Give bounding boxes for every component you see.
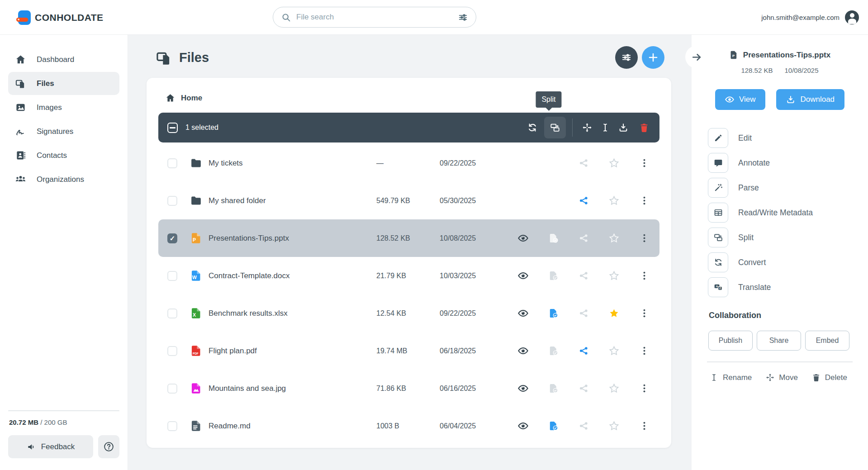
row-checkbox[interactable] <box>167 271 177 281</box>
favorite-button[interactable] <box>599 421 629 431</box>
panel-action[interactable]: Split <box>708 228 859 247</box>
favorite-button[interactable] <box>599 271 629 281</box>
favorite-button[interactable] <box>599 346 629 356</box>
row-menu-button[interactable] <box>629 271 659 281</box>
rename-button[interactable] <box>596 117 614 138</box>
sidebar-item-icon <box>15 54 26 65</box>
preview-button[interactable] <box>508 308 538 318</box>
file-row[interactable]: Readme.md 1003 B 06/04/2025 <box>158 407 659 445</box>
add-file-button[interactable] <box>642 46 664 69</box>
favorite-button[interactable] <box>599 308 629 318</box>
file-row[interactable]: W Contract-Template.docx 21.79 KB 10/03/… <box>158 257 659 294</box>
download-button[interactable] <box>614 117 632 138</box>
file-row[interactable]: Mountains and sea.jpg 71.86 KB 06/16/202… <box>158 370 659 407</box>
row-menu-button[interactable] <box>629 383 659 394</box>
vertical-dots-icon <box>639 308 650 318</box>
row-menu-button[interactable] <box>629 158 659 168</box>
row-checkbox[interactable] <box>167 346 177 356</box>
panel-actions: Edit Annotate Parse Read/Write Metadata … <box>701 128 859 297</box>
file-row[interactable]: My shared folder 549.79 KB 05/30/2025 <box>158 182 659 219</box>
breadcrumb[interactable]: Home <box>158 90 659 104</box>
star-icon <box>609 383 619 394</box>
help-button[interactable] <box>98 435 119 458</box>
list-settings-button[interactable] <box>615 46 638 69</box>
row-checkbox[interactable] <box>167 309 177 318</box>
convert-button[interactable] <box>523 117 541 138</box>
preview-button[interactable] <box>508 421 538 431</box>
share-button[interactable] <box>569 233 599 243</box>
search-input[interactable] <box>296 13 453 22</box>
select-all-checkbox[interactable] <box>167 123 178 133</box>
row-menu-button[interactable] <box>629 308 659 318</box>
feedback-button[interactable]: Feedback <box>8 435 93 458</box>
row-checkbox[interactable] <box>167 196 177 206</box>
favorite-button[interactable] <box>599 158 629 168</box>
row-checkbox[interactable] <box>167 421 177 431</box>
preview-button[interactable] <box>508 233 538 243</box>
preview-button[interactable] <box>508 383 538 394</box>
favorite-button[interactable] <box>599 233 629 243</box>
share-button[interactable] <box>569 271 599 281</box>
collaboration-button[interactable]: Share <box>757 331 801 351</box>
share-button[interactable] <box>569 308 599 318</box>
download-button-panel[interactable]: Download <box>776 89 844 110</box>
share-button[interactable] <box>569 346 599 356</box>
panel-footer-action[interactable]: Move <box>766 373 798 382</box>
approval-status-button[interactable] <box>538 308 569 318</box>
collaboration-button[interactable]: Publish <box>708 331 753 351</box>
approval-status-button[interactable] <box>538 346 569 356</box>
file-row[interactable]: P Presentations-Tips.pptx 128.52 KB 10/0… <box>158 219 659 257</box>
panel-footer-action[interactable]: Rename <box>710 373 752 382</box>
move-button[interactable] <box>578 117 596 138</box>
sidebar-item[interactable]: Organizations <box>8 168 119 191</box>
preview-button[interactable] <box>508 346 538 356</box>
favorite-button[interactable] <box>599 383 629 394</box>
row-menu-button[interactable] <box>629 233 659 243</box>
approval-status-button[interactable] <box>538 233 569 243</box>
approval-status-button[interactable] <box>538 271 569 281</box>
panel-file-icon: P <box>729 50 739 60</box>
row-checkbox[interactable] <box>167 384 177 394</box>
file-row[interactable]: PDF Flight plan.pdf 19.74 MB 06/18/2025 <box>158 332 659 370</box>
sidebar-item[interactable]: Files <box>8 72 119 95</box>
row-menu-button[interactable] <box>629 346 659 356</box>
row-checkbox[interactable] <box>167 233 177 243</box>
approval-status-button[interactable] <box>538 383 569 394</box>
split-button[interactable] <box>544 117 566 138</box>
share-button[interactable] <box>569 421 599 431</box>
share-button[interactable] <box>569 195 599 206</box>
row-menu-button[interactable] <box>629 421 659 431</box>
share-button[interactable] <box>569 383 599 394</box>
file-search-bar[interactable] <box>273 7 476 28</box>
view-button[interactable]: View <box>715 89 766 110</box>
panel-action[interactable]: Edit <box>708 128 859 148</box>
search-filters-icon[interactable] <box>458 13 468 22</box>
panel-action[interactable]: AZ Translate <box>708 277 859 297</box>
panel-action[interactable]: Annotate <box>708 153 859 173</box>
approval-status-button[interactable] <box>538 421 569 431</box>
sidebar-item[interactable]: Signatures <box>8 120 119 143</box>
row-menu-button[interactable] <box>629 195 659 206</box>
panel-footer-action[interactable]: Delete <box>812 373 847 382</box>
share-icon <box>579 346 589 356</box>
collapse-panel-button[interactable] <box>685 46 708 68</box>
file-row[interactable]: My tickets — 09/22/2025 <box>158 144 659 182</box>
preview-button[interactable] <box>508 271 538 281</box>
panel-action[interactable]: Parse <box>708 178 859 198</box>
file-type-icon: X <box>189 307 203 319</box>
row-checkbox[interactable] <box>167 158 177 168</box>
sidebar-item[interactable]: Images <box>8 96 119 119</box>
share-button[interactable] <box>569 158 599 168</box>
panel-action[interactable]: Convert <box>708 252 859 272</box>
panel-action[interactable]: Read/Write Metadata <box>708 203 859 223</box>
panel-action-label: Convert <box>738 258 766 267</box>
favorite-button[interactable] <box>599 195 629 206</box>
panel-file-size: 128.52 KB <box>741 66 773 74</box>
file-row[interactable]: X Benchmark results.xlsx 12.54 KB 09/22/… <box>158 294 659 332</box>
delete-button[interactable] <box>635 117 653 138</box>
sidebar-item-label: Contacts <box>37 151 67 160</box>
user-avatar[interactable] <box>845 10 859 24</box>
sidebar-item[interactable]: Dashboard <box>8 48 119 71</box>
collaboration-button[interactable]: Embed <box>805 331 849 351</box>
sidebar-item[interactable]: Contacts <box>8 144 119 167</box>
